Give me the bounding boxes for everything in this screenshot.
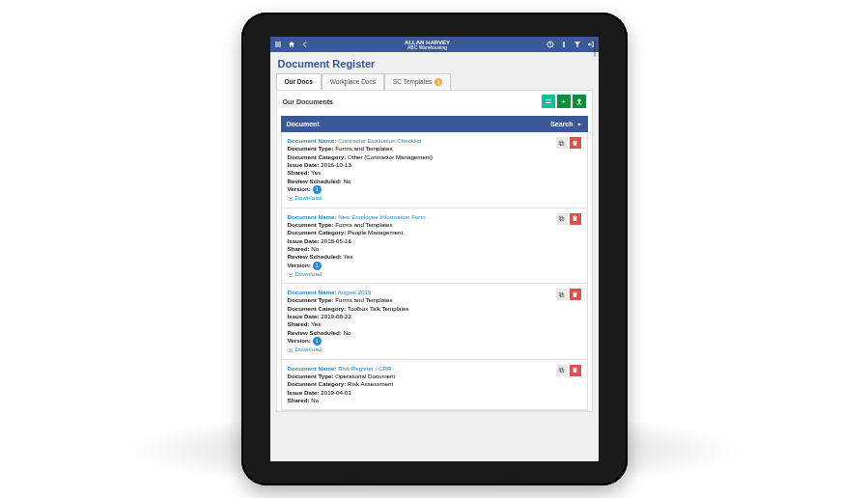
shared-value: No	[311, 245, 319, 252]
review-value: No	[344, 329, 351, 336]
document-item: Document Name: Risk Register / CRRDocume…	[282, 360, 587, 411]
panel-header: Our Documents +	[277, 91, 592, 112]
field-label: Issue Date:	[288, 237, 320, 244]
svg-rect-16	[574, 142, 577, 146]
svg-rect-15	[559, 141, 563, 145]
tab-sc-templates[interactable]: SC Templates1	[384, 73, 451, 90]
documents-panel: Our Documents + Document Search Document…	[276, 90, 593, 412]
download-icon	[288, 346, 294, 352]
field-label: Issue Date:	[288, 161, 320, 168]
list-header: Document Search	[281, 116, 588, 132]
delete-button[interactable]	[570, 137, 581, 149]
field-label: Shared:	[288, 169, 310, 176]
review-value: No	[344, 178, 351, 184]
export-button[interactable]	[573, 95, 586, 108]
issue-date: 2019-04-01	[321, 389, 351, 396]
shared-value: No	[311, 397, 319, 403]
download-link[interactable]: Download	[288, 346, 581, 353]
top-navbar: ALLAN HARVEY ABC Warehousing ?	[270, 37, 599, 52]
field-label: Shared:	[288, 397, 310, 403]
svg-rect-6	[562, 45, 565, 46]
document-item: Document Name: New Employee Information …	[282, 208, 587, 285]
version-badge: 1	[313, 262, 322, 270]
panel-title: Our Documents	[283, 98, 334, 105]
toggle-view-button[interactable]	[542, 95, 555, 108]
document-category: Other (Contractor Management)	[348, 153, 433, 160]
document-category: Risk Assessment	[348, 380, 393, 387]
tabs: Our Docs Workplace Docs SC Templates1	[270, 73, 599, 90]
issue-date: 2018-05-16	[321, 237, 351, 244]
download-label: Download	[295, 194, 322, 202]
svg-rect-32	[574, 291, 576, 292]
delete-button[interactable]	[570, 213, 581, 225]
download-link[interactable]: Download	[288, 270, 581, 278]
download-icon	[288, 195, 294, 201]
field-label: Document Name:	[288, 137, 337, 144]
svg-rect-36	[559, 368, 563, 372]
shared-value: Yes	[311, 320, 321, 327]
document-item: Document Name: Contractor Evaluation Che…	[282, 132, 587, 208]
document-name-link[interactable]: Risk Register / CRR	[338, 365, 391, 372]
svg-rect-14	[560, 142, 564, 146]
menu-icon[interactable]	[274, 41, 282, 49]
document-name-link[interactable]: August 2019	[338, 289, 372, 295]
copy-button[interactable]	[556, 289, 568, 300]
search-label: Search	[550, 121, 573, 127]
add-document-button[interactable]: +	[557, 95, 571, 108]
svg-rect-39	[574, 368, 576, 369]
download-label: Download	[295, 270, 322, 278]
svg-rect-24	[573, 216, 577, 217]
filter-icon[interactable]	[574, 41, 581, 49]
home-icon[interactable]	[288, 41, 295, 49]
svg-marker-33	[289, 347, 293, 351]
field-label: Document Name:	[288, 365, 337, 372]
tablet-frame: ALLAN HARVEY ABC Warehousing ? Document …	[241, 13, 628, 485]
review-value: Yes	[344, 253, 353, 260]
svg-rect-22	[559, 216, 563, 220]
svg-rect-18	[574, 140, 576, 141]
field-label: Document Name:	[288, 213, 337, 220]
delete-button[interactable]	[570, 289, 581, 300]
download-label: Download	[295, 346, 322, 353]
back-icon[interactable]	[301, 41, 309, 49]
field-label: Review Scheduled:	[288, 178, 342, 184]
svg-marker-11	[576, 98, 581, 103]
version-badge: 1	[313, 337, 322, 346]
document-name-link[interactable]: New Employee Information Form	[338, 213, 425, 220]
svg-marker-7	[574, 42, 580, 46]
svg-rect-30	[574, 293, 577, 297]
tab-label: SC Templates	[393, 78, 432, 85]
document-type: Operational Document	[335, 373, 395, 379]
svg-rect-28	[560, 293, 564, 297]
copy-button[interactable]	[556, 213, 568, 225]
delete-button[interactable]	[570, 365, 581, 376]
svg-rect-38	[573, 369, 577, 370]
field-label: Document Name:	[288, 289, 337, 295]
document-type: Forms and Templates	[335, 145, 392, 152]
tab-our-docs[interactable]: Our Docs	[276, 73, 322, 90]
document-name-link[interactable]: Contractor Evaluation Checklist	[338, 137, 421, 144]
tab-label: Workplace Docs	[330, 78, 376, 85]
svg-marker-13	[577, 124, 581, 126]
help-icon[interactable]: ?	[546, 41, 554, 49]
copy-button[interactable]	[556, 137, 568, 149]
field-label: Document Type:	[288, 296, 334, 303]
field-label: Shared:	[288, 245, 310, 252]
column-header: Document	[287, 121, 320, 127]
field-label: Document Category:	[288, 229, 347, 235]
chevron-down-icon	[576, 122, 582, 127]
screen: ALLAN HARVEY ABC Warehousing ? Document …	[270, 37, 599, 461]
copy-button[interactable]	[556, 365, 568, 376]
header-user-block[interactable]: ALLAN HARVEY ABC Warehousing	[309, 40, 546, 50]
scrollbar[interactable]	[594, 40, 596, 57]
tab-workplace-docs[interactable]: Workplace Docs	[322, 73, 384, 90]
document-category: People Management	[348, 229, 403, 235]
field-label: Version:	[288, 337, 311, 344]
notifications-icon[interactable]	[560, 41, 568, 49]
field-label: Issue Date:	[288, 389, 320, 396]
field-label: Version:	[288, 185, 311, 192]
search-toggle[interactable]: Search	[550, 121, 581, 127]
download-link[interactable]: Download	[288, 194, 581, 202]
field-label: Document Type:	[288, 373, 334, 379]
field-label: Issue Date:	[288, 313, 320, 319]
